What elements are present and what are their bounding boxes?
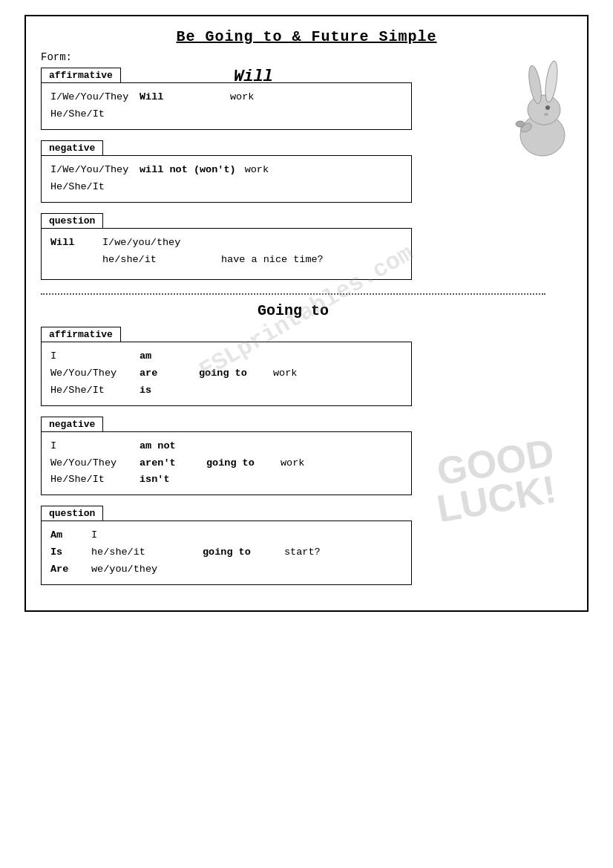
gt-neg-row1: I am not xyxy=(50,438,402,455)
gt-aff-aux2: are xyxy=(140,365,199,382)
gt-q-row2: Is he/she/it going to start? xyxy=(50,544,402,561)
gt-q-modal3: Are xyxy=(50,561,91,578)
dotted-divider xyxy=(41,293,545,295)
will-q-row1: Will I/we/you/they xyxy=(50,235,402,252)
form-label: Form: xyxy=(41,51,572,63)
will-aff-verb1: work xyxy=(230,89,275,106)
svg-point-1 xyxy=(528,95,560,125)
will-affirmative-block: affirmative Will I/We/You/They Will work… xyxy=(41,68,412,130)
going-to-question-block: question Am I Is he/she/it going to star… xyxy=(41,506,412,585)
will-q-subj1: I/we/you/they xyxy=(102,235,221,252)
gt-neg-aux3: isn't xyxy=(140,471,206,489)
svg-point-3 xyxy=(543,60,560,102)
will-title: Will xyxy=(234,68,273,86)
gt-neg-row2: We/You/They aren't going to work xyxy=(50,455,402,472)
question-tag-going: question xyxy=(41,506,103,521)
will-q-subj2: he/she/it xyxy=(102,252,221,269)
will-aff-subj2: He/She/It xyxy=(50,106,140,123)
affirmative-tag-going: affirmative xyxy=(41,327,121,342)
going-to-question-content: Am I Is he/she/it going to start? Are we… xyxy=(41,521,412,585)
gt-aff-aux3: is xyxy=(140,382,199,399)
going-to-title: Going to xyxy=(41,302,545,319)
gt-q-modal1: Am xyxy=(50,527,91,544)
gt-q-row1: Am I xyxy=(50,527,402,544)
gt-neg-subj1: I xyxy=(50,438,140,455)
gt-neg-subj3: He/She/It xyxy=(50,471,140,489)
gt-aff-row1: I am xyxy=(50,348,402,365)
will-neg-row2: He/She/It xyxy=(50,179,402,196)
svg-point-5 xyxy=(544,113,548,116)
gt-neg-verb2: work xyxy=(281,455,304,472)
will-neg-subj1: I/We/You/They xyxy=(50,162,140,179)
gt-q-going2: going to xyxy=(203,544,284,561)
goodluck-graphic: GOOD LUCK! xyxy=(435,425,583,521)
page-container: Be Going to & Future Simple Form: affirm xyxy=(24,15,589,612)
will-neg-row1: I/We/You/They will not (won't) work xyxy=(50,162,402,179)
will-neg-subj2: He/She/It xyxy=(50,179,140,196)
will-aff-aux1: Will xyxy=(140,89,221,106)
will-aff-subj1: I/We/You/They xyxy=(50,89,140,106)
will-q-modal: Will xyxy=(50,235,102,252)
will-neg-verb1: work xyxy=(245,162,269,179)
svg-point-7 xyxy=(516,121,525,127)
will-q-end: have a nice time? xyxy=(221,252,355,269)
going-to-affirmative-content: I am We/You/They are going to work He/Sh… xyxy=(41,342,412,406)
will-q-row2: he/she/it have a nice time? xyxy=(50,252,402,269)
gt-aff-row3: He/She/It is xyxy=(50,382,402,399)
will-aff-row1: I/We/You/They Will work xyxy=(50,89,402,106)
going-to-negative-block: negative I am not We/You/They aren't goi… xyxy=(41,417,412,496)
gt-q-modal2: Is xyxy=(50,544,91,561)
gt-neg-aux1: am not xyxy=(140,438,206,455)
svg-point-2 xyxy=(527,65,544,105)
going-to-negative-content: I am not We/You/They aren't going to wor… xyxy=(41,431,412,496)
will-negative-content: I/We/You/They will not (won't) work He/S… xyxy=(41,155,412,203)
will-aff-row2: He/She/It xyxy=(50,106,402,123)
gt-q-end2: start? xyxy=(284,544,321,561)
svg-point-4 xyxy=(545,105,550,110)
gt-aff-row2: We/You/They are going to work xyxy=(50,365,402,382)
will-question-content: Will I/we/you/they he/she/it have a nice… xyxy=(41,228,412,280)
negative-tag-will: negative xyxy=(41,140,103,156)
gt-aff-subj1: I xyxy=(50,348,140,365)
gt-q-subj2: he/she/it xyxy=(91,544,203,561)
will-question-block: question Will I/we/you/they he/she/it ha… xyxy=(41,213,412,280)
gt-neg-aux2: aren't xyxy=(140,455,206,472)
gt-neg-row3: He/She/It isn't xyxy=(50,471,402,489)
page-title: Be Going to & Future Simple xyxy=(41,28,572,45)
gt-neg-going2: going to xyxy=(206,455,281,472)
gt-q-subj1: I xyxy=(91,527,203,544)
affirmative-tag: affirmative xyxy=(41,68,121,83)
gt-aff-aux1: am xyxy=(140,348,199,365)
going-to-affirmative-block: affirmative I am We/You/They are going t… xyxy=(41,327,412,406)
gt-q-row3: Are we/you/they xyxy=(50,561,402,578)
will-neg-aux1: will not (won't) xyxy=(140,162,236,179)
bunny-illustration xyxy=(498,53,580,157)
negative-tag-going: negative xyxy=(41,417,103,432)
gt-aff-verb2: work xyxy=(273,365,297,382)
question-tag-will: question xyxy=(41,213,103,229)
gt-aff-going2: going to xyxy=(199,365,273,382)
will-negative-block: negative I/We/You/They will not (won't) … xyxy=(41,140,412,203)
will-affirmative-content: I/We/You/They Will work He/She/It xyxy=(41,82,412,130)
gt-aff-subj2: We/You/They xyxy=(50,365,140,382)
gt-q-subj3: we/you/they xyxy=(91,561,203,578)
gt-aff-subj3: He/She/It xyxy=(50,382,140,399)
gt-neg-subj2: We/You/They xyxy=(50,455,140,472)
